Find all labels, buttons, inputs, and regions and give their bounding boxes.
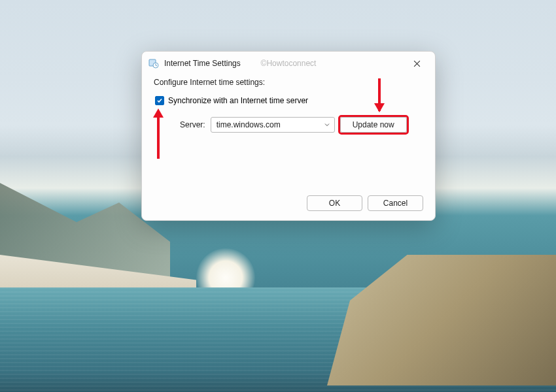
titlebar[interactable]: Internet Time Settings ©Howtoconnect [142,52,435,75]
internet-time-settings-dialog: Internet Time Settings ©Howtoconnect Con… [141,51,436,221]
server-combobox[interactable]: time.windows.com [211,117,335,133]
instruction-text: Configure Internet time settings: [154,78,423,87]
update-now-button[interactable]: Update now [340,117,407,133]
server-value: time.windows.com [217,120,281,129]
sync-checkbox-label: Synchronize with an Internet time server [168,96,308,105]
annotation-arrow-up [157,116,160,159]
checkmark-icon [156,97,163,104]
close-button[interactable] [404,56,430,71]
cancel-button[interactable]: Cancel [368,195,423,211]
watermark-text: ©Howtoconnect [261,59,317,68]
cancel-button-label: Cancel [383,199,408,208]
ok-button-label: OK [329,199,340,208]
ok-button[interactable]: OK [307,195,362,211]
dialog-title: Internet Time Settings [164,59,241,68]
dialog-body: Configure Internet time settings: Synchr… [142,75,435,139]
clock-settings-icon [148,58,159,69]
update-now-label: Update now [353,120,394,129]
wallpaper-shore-right [327,255,556,385]
desktop-wallpaper: Internet Time Settings ©Howtoconnect Con… [0,0,556,392]
server-row: Server: time.windows.com Update now [180,117,423,133]
annotation-arrow-down [378,78,381,111]
sync-checkbox[interactable] [155,96,164,105]
dialog-footer: OK Cancel [307,195,423,211]
chevron-down-icon [324,122,330,128]
server-label: Server: [180,120,205,129]
close-icon [413,60,421,67]
